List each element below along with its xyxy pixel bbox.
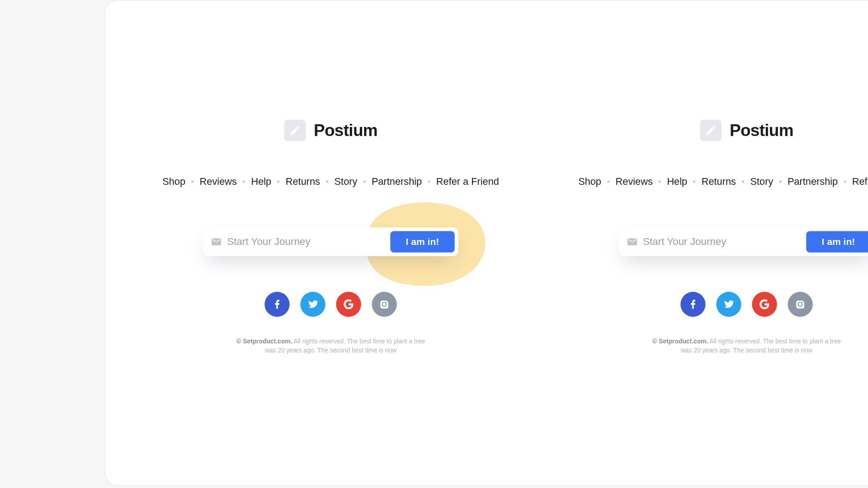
email-input[interactable] bbox=[637, 236, 806, 248]
dot-icon bbox=[243, 180, 245, 183]
instagram-icon[interactable] bbox=[788, 292, 812, 317]
signup-wrap: I am in! bbox=[203, 227, 458, 256]
dot-icon bbox=[742, 180, 744, 183]
dot-icon bbox=[659, 180, 661, 183]
submit-button[interactable]: I am in! bbox=[806, 231, 868, 252]
legal-prefix: © Setproduct.com. bbox=[236, 338, 292, 345]
google-icon[interactable] bbox=[752, 292, 777, 317]
signup-form: I am in! bbox=[203, 227, 458, 256]
nav-shop[interactable]: Shop bbox=[578, 176, 601, 187]
nav-story[interactable]: Story bbox=[750, 176, 774, 187]
nav-refer[interactable]: Refer a Friend bbox=[436, 176, 499, 187]
email-input[interactable] bbox=[221, 236, 390, 248]
facebook-icon[interactable] bbox=[680, 292, 705, 317]
nav-reviews[interactable]: Reviews bbox=[200, 176, 237, 187]
nav-returns[interactable]: Returns bbox=[286, 176, 320, 187]
footer-variant-left: Postium Shop Reviews Help Returns Story … bbox=[141, 0, 520, 485]
brand: Postium bbox=[700, 120, 793, 141]
pencil-icon bbox=[284, 120, 305, 141]
nav-shop[interactable]: Shop bbox=[162, 176, 185, 187]
pencil-icon bbox=[700, 120, 721, 141]
mail-icon bbox=[212, 238, 221, 245]
submit-button[interactable]: I am in! bbox=[390, 231, 454, 252]
legal-text: © Setproduct.com. All rights reserved. T… bbox=[651, 337, 842, 355]
brand-name: Postium bbox=[314, 121, 377, 140]
dot-icon bbox=[693, 180, 695, 183]
social-row bbox=[680, 292, 813, 317]
dot-icon bbox=[428, 180, 430, 183]
twitter-icon[interactable] bbox=[300, 292, 325, 317]
legal-text: © Setproduct.com. All rights reserved. T… bbox=[236, 337, 426, 355]
dot-icon bbox=[779, 180, 782, 183]
mail-icon bbox=[627, 238, 637, 245]
nav-refer[interactable]: Refer a Friend bbox=[852, 176, 868, 187]
signup-wrap: I am in! bbox=[619, 227, 868, 256]
dot-icon bbox=[277, 180, 279, 183]
brand-name: Postium bbox=[730, 121, 793, 140]
nav-partnership[interactable]: Partnership bbox=[372, 176, 422, 187]
footer-variant-right: Postium Shop Reviews Help Returns Story … bbox=[557, 0, 868, 485]
twitter-icon[interactable] bbox=[716, 292, 741, 317]
footer-nav: Shop Reviews Help Returns Story Partners… bbox=[162, 176, 499, 187]
dot-icon bbox=[607, 180, 609, 183]
dot-icon bbox=[191, 180, 193, 183]
dot-icon bbox=[844, 180, 846, 183]
nav-reviews[interactable]: Reviews bbox=[616, 176, 653, 187]
facebook-icon[interactable] bbox=[264, 292, 289, 317]
design-canvas: Postium Shop Reviews Help Returns Story … bbox=[105, 0, 868, 486]
legal-prefix: © Setproduct.com. bbox=[652, 338, 708, 345]
nav-help[interactable]: Help bbox=[251, 176, 271, 187]
google-icon[interactable] bbox=[336, 292, 361, 317]
footer-nav: Shop Reviews Help Returns Story Partners… bbox=[578, 176, 868, 187]
nav-partnership[interactable]: Partnership bbox=[788, 176, 838, 187]
nav-story[interactable]: Story bbox=[335, 176, 358, 187]
brand: Postium bbox=[284, 120, 377, 141]
dot-icon bbox=[363, 180, 366, 183]
signup-form: I am in! bbox=[619, 227, 868, 256]
social-row bbox=[264, 292, 397, 317]
nav-help[interactable]: Help bbox=[667, 176, 687, 187]
dot-icon bbox=[326, 180, 328, 183]
nav-returns[interactable]: Returns bbox=[702, 176, 736, 187]
instagram-icon[interactable] bbox=[372, 292, 396, 317]
